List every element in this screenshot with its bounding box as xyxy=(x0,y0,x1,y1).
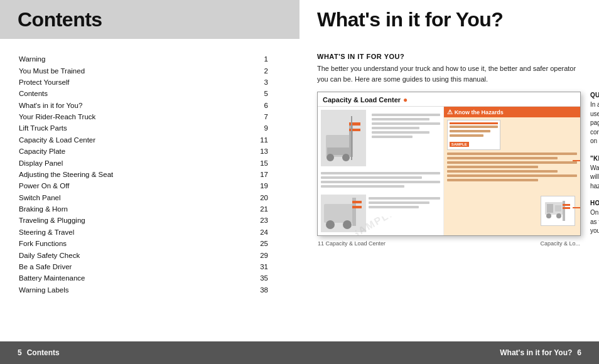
text-line xyxy=(321,172,440,174)
page-container: Contents What's in it for You? Warning1Y… xyxy=(0,0,599,364)
toc-page: 5 xyxy=(234,88,281,99)
toc-row: Be a Safe Driver31 xyxy=(19,262,281,272)
book-page-header: Capacity & Load Center ● xyxy=(318,92,580,107)
hazard-line xyxy=(450,126,498,128)
hazard-label: Know the Hazards xyxy=(455,109,504,115)
toc-row: Capacity Plate13 xyxy=(19,146,281,156)
toc-page: 21 xyxy=(234,204,281,214)
svg-rect-19 xyxy=(563,201,565,221)
hazard-line xyxy=(447,179,538,181)
toc-label: Power On & Off xyxy=(19,181,233,191)
right-title: What's in it for You? xyxy=(317,8,503,31)
svg-rect-15 xyxy=(547,204,553,213)
left-panel: Warning1You Must be Trained2Protect Your… xyxy=(0,39,300,341)
toc-label: Braking & Horn xyxy=(19,204,233,214)
svg-point-18 xyxy=(556,213,561,218)
how-to-title: HOW-TO-DRAWINGS xyxy=(590,200,599,206)
book-page-inner: Capacity & Load Center ● xyxy=(318,92,580,235)
toc-label: What's in it for You? xyxy=(19,100,233,110)
hazard-triangle-icon: ⚠ xyxy=(447,109,453,115)
toc-label: Daily Safety Check xyxy=(19,250,233,260)
whats-in-it-section: WHAT'S IN IT FOR YOU? The better you und… xyxy=(317,53,584,84)
hazard-inset-card: SAMPLE xyxy=(447,120,500,150)
toc-row: Braking & Horn21 xyxy=(19,204,281,214)
svg-point-9 xyxy=(326,220,335,229)
toc-page: 23 xyxy=(234,215,281,225)
text-line xyxy=(369,197,440,200)
toc-label: Steering & Travel xyxy=(19,227,233,237)
toc-row: Your Rider-Reach Truck7 xyxy=(19,112,281,122)
svg-point-17 xyxy=(546,213,551,218)
book-page-content: SAMPLE ⚠ Know the Hazards xyxy=(318,107,580,235)
know-hazards-title: "KNOW THE HAZARDS" xyxy=(590,155,599,162)
svg-rect-12 xyxy=(352,201,362,203)
footer-right-label: What's in it for You? xyxy=(500,348,572,357)
toc-label: Protect Yourself xyxy=(19,77,233,87)
know-hazards-body: Watch for and read these special blocks.… xyxy=(590,164,599,191)
hazard-line xyxy=(447,153,577,155)
footer-left-number: 5 xyxy=(18,348,22,357)
svg-rect-8 xyxy=(324,204,355,223)
forklift-image xyxy=(321,110,366,166)
toc-page: 38 xyxy=(234,285,281,295)
toc-row: Capacity & Load Center11 xyxy=(19,135,281,145)
quick-locators-title: QUICK LOCATORS xyxy=(590,92,599,99)
toc-label: Traveling & Plugging xyxy=(19,215,233,225)
toc-page: 24 xyxy=(234,227,281,237)
connector-line-2 xyxy=(573,160,580,161)
hazard-line xyxy=(447,157,558,159)
toc-label: Battery Maintenance xyxy=(19,273,233,283)
toc-page: 25 xyxy=(234,238,281,249)
header-row: Contents What's in it for You? xyxy=(0,0,599,39)
toc-page: 20 xyxy=(234,193,281,203)
toc-label: Adjusting the Steering & Seat xyxy=(19,169,233,179)
toc-row: Adjusting the Steering & Seat17 xyxy=(19,169,281,179)
stripe-text: SAMPLE xyxy=(355,217,398,235)
toc-page: 7 xyxy=(234,112,281,122)
toc-page: 6 xyxy=(234,100,281,110)
svg-rect-7 xyxy=(351,116,352,160)
text-line xyxy=(372,127,419,129)
toc-row: Steering & Travel24 xyxy=(19,227,281,237)
toc-label: Switch Panel xyxy=(19,193,233,203)
text-line xyxy=(372,118,429,120)
svg-rect-16 xyxy=(555,205,561,211)
hazard-line xyxy=(447,161,577,164)
svg-rect-21 xyxy=(563,207,570,209)
toc-row: Switch Panel20 xyxy=(19,193,281,203)
toc-label: Lift Truck Parts xyxy=(19,123,233,133)
header-right: What's in it for You? xyxy=(300,0,599,39)
toc-label: Your Rider-Reach Truck xyxy=(19,112,233,122)
left-title: Contents xyxy=(18,8,102,31)
book-right-col: ⚠ Know the Hazards xyxy=(444,107,580,235)
toc-page: 35 xyxy=(234,273,281,283)
svg-rect-20 xyxy=(563,204,570,206)
toc-label: Capacity & Load Center xyxy=(19,135,233,145)
orange-dot-header: ● xyxy=(403,95,407,104)
hazard-lines xyxy=(447,153,577,181)
toc-row: Power On & Off19 xyxy=(19,181,281,191)
text-line xyxy=(321,185,404,188)
header-left: Contents xyxy=(0,0,300,39)
toc-label: You Must be Trained xyxy=(19,65,233,75)
whats-in-it-title: WHAT'S IN IT FOR YOU? xyxy=(317,53,584,60)
toc-row: Lift Truck Parts9 xyxy=(19,123,281,133)
toc-row: What's in it for You?6 xyxy=(19,100,281,110)
toc-row: Warning1 xyxy=(19,54,281,64)
hazard-line xyxy=(447,174,577,177)
toc-page: 3 xyxy=(234,77,281,87)
footer-right-text: Capacity & Lo... xyxy=(540,240,580,247)
toc-row: Battery Maintenance35 xyxy=(19,273,281,283)
hazard-bar: ⚠ Know the Hazards xyxy=(444,107,580,117)
hazard-line xyxy=(450,134,483,137)
quick-locators-note: QUICK LOCATORS In addition to the "Conte… xyxy=(590,92,599,146)
book-page-title: Capacity & Load Center xyxy=(323,96,401,104)
toc-row: Protect Yourself3 xyxy=(19,77,281,87)
how-to-note: HOW-TO-DRAWINGS On many pages you will f… xyxy=(590,200,599,236)
toc-page: 9 xyxy=(234,123,281,133)
toc-label: Fork Functions xyxy=(19,238,233,249)
footer-left-text: 11 Capacity & Load Center xyxy=(318,240,386,247)
text-line xyxy=(369,206,419,208)
book-page: Capacity & Load Center ● xyxy=(317,92,581,236)
footer-row: 5 Contents What's in it for You? 6 xyxy=(0,341,599,364)
